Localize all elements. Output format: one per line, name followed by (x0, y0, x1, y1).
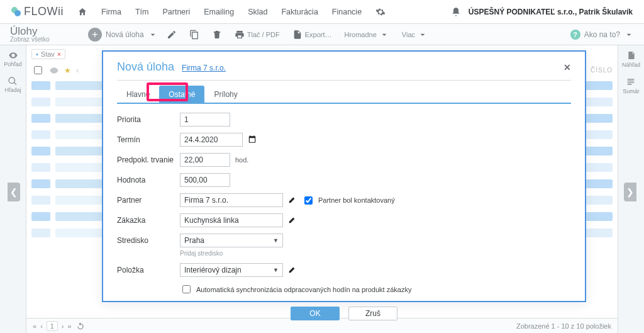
pager: « ‹ 1 › » (33, 321, 86, 331)
tab-hlavne[interactable]: Hlavné (117, 86, 159, 103)
input-partner[interactable] (180, 193, 283, 207)
label-priorita: Priorita (117, 115, 175, 124)
nav-partneri[interactable]: Partneri (162, 8, 190, 16)
bell-icon[interactable] (451, 7, 461, 17)
pager-page[interactable]: 1 (47, 321, 58, 331)
input-priorita[interactable] (180, 113, 230, 127)
nav-emailing[interactable]: Emailing (204, 8, 234, 16)
top-nav: FLOWii Firma Tím Partneri Emailing Sklad… (0, 0, 644, 24)
bulk-button[interactable]: Hromadne (344, 30, 389, 40)
chevron-down-icon: ▼ (273, 267, 279, 273)
task-modal: Nová úloha Firma 7 s.r.o. ✕ Hlavné Ostat… (102, 50, 586, 302)
close-icon[interactable]: ✕ (564, 62, 571, 72)
toolbar: Tlač / PDF Export… Hromadne Viac (167, 30, 428, 40)
help-button[interactable]: ? Ako na to? (570, 30, 634, 40)
edit-zakazka-icon[interactable] (288, 215, 297, 226)
modal-title: Nová úloha (117, 60, 174, 74)
title-bar: Úlohy Zobraz všetko + Nová úloha Tlač / … (0, 24, 644, 45)
nav-firma[interactable]: Firma (101, 8, 121, 16)
label-polozka: Položka (117, 266, 175, 274)
input-hodnota[interactable] (180, 173, 230, 187)
input-zakazka[interactable] (180, 213, 283, 227)
sidebar-search[interactable]: Hľadaj (4, 76, 21, 93)
label-partner: Partner (117, 196, 175, 205)
checkbox-contacted[interactable] (304, 196, 313, 205)
filter-tag[interactable]: • Stav × (31, 49, 65, 59)
chevron-down-icon: ▼ (273, 237, 279, 244)
home-icon[interactable] (77, 7, 87, 17)
column-number: ČÍSLO (591, 67, 613, 74)
account-label: ÚSPEŠNÝ PODNIKATEĽ s.r.o., Patrik Škulav… (469, 8, 633, 16)
modal-footer: OK Zruš (103, 302, 585, 329)
scroll-right-button[interactable]: ❯ (624, 183, 636, 201)
logo-mark-icon (11, 7, 21, 17)
edit-polozka-icon[interactable] (288, 265, 297, 276)
chevron-icon: ‹ (76, 66, 79, 75)
pager-last[interactable]: » (67, 322, 71, 330)
top-menu: Firma Tím Partneri Emailing Sklad Faktur… (101, 7, 386, 17)
more-button[interactable]: Viac (402, 30, 428, 40)
checkbox-sync[interactable] (182, 285, 191, 293)
modal-form: Priorita Termín Predpokl. trvanie hod. H… (103, 104, 585, 302)
cancel-button[interactable]: Zruš (348, 307, 397, 320)
eye-icon (49, 65, 59, 76)
copy-icon[interactable] (189, 30, 199, 40)
nav-fakturacia[interactable]: Fakturácia (281, 8, 318, 16)
star-icon: ★ (64, 66, 71, 75)
tab-ostatne[interactable]: Ostatné (159, 86, 204, 103)
new-task-button[interactable]: + Nová úloha (88, 28, 158, 42)
hint-stredisko[interactable]: Pridaj stredisko (180, 250, 571, 257)
export-icon (292, 30, 303, 40)
label-zakazka: Zákazka (117, 216, 175, 225)
modal-header: Nová úloha Firma 7 s.r.o. ✕ (103, 52, 585, 74)
partner-contacted-checkbox[interactable]: Partner bol kontaktovaný (302, 195, 395, 206)
label-stredisko: Stredisko (117, 236, 175, 245)
chevron-down-icon[interactable] (148, 30, 158, 40)
unit-hod: hod. (235, 156, 248, 164)
plus-icon: + (88, 28, 102, 42)
sidebar-view[interactable]: Pohľad (4, 50, 22, 67)
sidebar-summary[interactable]: Sumár (623, 77, 640, 94)
ok-button[interactable]: OK (291, 307, 340, 320)
page-title: Úlohy (10, 26, 79, 37)
select-polozka[interactable]: Interiérový dizajn▼ (180, 263, 283, 277)
chevron-down-icon (418, 30, 428, 40)
page-subtitle: Zobraz všetko (10, 37, 79, 43)
new-task-label: Nová úloha (106, 30, 144, 39)
input-trvanie[interactable] (180, 153, 230, 167)
gear-icon[interactable] (375, 7, 386, 17)
export-button[interactable]: Export… (292, 30, 332, 40)
edit-icon[interactable] (167, 30, 177, 40)
sync-checkbox[interactable]: Automatická synchronizácia odpracovaných… (180, 283, 411, 295)
sidebar-preview[interactable]: Náhľad (622, 50, 640, 68)
help-icon: ? (570, 30, 580, 40)
print-button[interactable]: Tlač / PDF (235, 30, 280, 40)
scroll-left-button[interactable]: ❮ (8, 183, 20, 201)
pager-first[interactable]: « (33, 322, 36, 330)
edit-partner-icon[interactable] (288, 195, 297, 206)
modal-tabs: Hlavné Ostatné Prílohy (103, 81, 585, 103)
nav-financie[interactable]: Financie (332, 8, 362, 16)
account-area[interactable]: ÚSPEŠNÝ PODNIKATEĽ s.r.o., Patrik Škulav… (451, 7, 633, 17)
nav-sklad[interactable]: Sklad (248, 8, 267, 16)
modal-company-link[interactable]: Firma 7 s.r.o. (182, 64, 226, 72)
label-termin: Termín (117, 135, 175, 144)
print-icon (235, 30, 245, 40)
pager-prev[interactable]: ‹ (40, 322, 43, 330)
label-trvanie: Predpokl. trvanie (117, 155, 175, 164)
input-termin[interactable] (180, 133, 243, 147)
chevron-down-icon (624, 30, 634, 40)
close-icon[interactable]: × (57, 51, 61, 58)
brand-name: FLOWii (24, 5, 64, 18)
select-stredisko[interactable]: Praha▼ (180, 234, 283, 247)
label-hodnota: Hodnota (117, 176, 175, 184)
pager-next[interactable]: › (62, 322, 64, 330)
refresh-icon[interactable] (75, 321, 86, 331)
tab-prilohy[interactable]: Prílohy (204, 86, 247, 103)
logo[interactable]: FLOWii (11, 5, 64, 18)
delete-icon[interactable] (212, 30, 222, 40)
select-all-checkbox[interactable] (34, 66, 42, 74)
nav-tim[interactable]: Tím (135, 8, 149, 16)
calendar-icon[interactable] (248, 135, 257, 145)
chevron-down-icon (379, 30, 389, 40)
